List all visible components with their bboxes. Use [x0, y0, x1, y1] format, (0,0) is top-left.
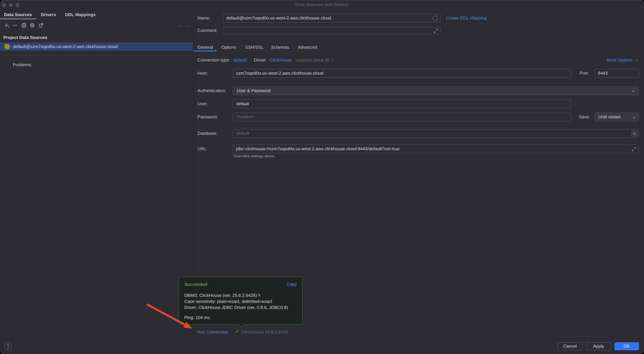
success-check-icon: ✓	[235, 328, 239, 334]
duplicate-icon[interactable]	[21, 23, 26, 28]
tab-options[interactable]: Options	[221, 45, 236, 50]
database-input[interactable]: default	[233, 129, 639, 138]
save-label: Save:	[579, 113, 590, 121]
host-input[interactable]: szm7oqed0o.us-west-2.aws.clickhouse.clou…	[233, 69, 571, 78]
tab-data-sources[interactable]: Data Sources	[4, 12, 32, 17]
name-label: Name:	[198, 14, 210, 23]
url-note: Overrides settings above	[234, 154, 274, 158]
driver-value[interactable]: ClickHouse	[270, 58, 292, 63]
open-in-window-icon[interactable]	[38, 23, 44, 28]
data-source-color-icon[interactable]	[432, 16, 438, 21]
back-arrow-icon[interactable]: ←	[177, 22, 182, 28]
tab-ssh-ssl[interactable]: SSH/SSL	[245, 45, 264, 50]
add-icon[interactable]	[4, 23, 10, 28]
driver-label: Driver:	[254, 58, 267, 63]
ok-button[interactable]: OK	[614, 342, 639, 350]
password-input[interactable]: <hidden>	[233, 113, 571, 121]
create-ddl-mapping-link[interactable]: Create DDL Mapping	[446, 14, 487, 23]
connection-type-value[interactable]: default	[233, 58, 246, 63]
expand-icon[interactable]	[631, 146, 636, 152]
expand-icon[interactable]	[433, 28, 438, 34]
problems-item[interactable]: Problems	[13, 62, 31, 67]
tab-schemas[interactable]: Schemas	[271, 45, 289, 50]
test-connection-popup: Succeeded Copy DBMS: ClickHouse (ver. 25…	[179, 277, 302, 325]
port-label: Port:	[580, 69, 589, 78]
tab-general[interactable]: General	[198, 45, 213, 50]
authentication-label: Authentication:	[198, 86, 226, 95]
help-button[interactable]: ?	[4, 342, 12, 350]
data-source-item-label: default@szm7oqed0o.us-west-2.aws.clickho…	[13, 42, 118, 51]
save-select[interactable]: Until restart	[595, 113, 639, 121]
footer-divider	[0, 338, 644, 338]
tab-ddl-mappings[interactable]: DDL Mappings	[65, 12, 96, 17]
popup-line-case: Case sensitivity: plain=exact, delimited…	[184, 298, 288, 305]
forward-arrow-icon[interactable]: →	[186, 22, 191, 28]
test-connection-link[interactable]: Test Connection	[197, 329, 228, 334]
remove-icon[interactable]	[12, 23, 18, 28]
user-label: User:	[198, 99, 208, 108]
comment-label: Comment:	[198, 27, 218, 34]
driver-note: supports since 20.7	[296, 58, 333, 63]
clickhouse-icon	[5, 44, 11, 49]
popup-status: Succeeded	[184, 282, 207, 287]
annotation-arrow	[0, 0, 644, 354]
edit-pencil-icon[interactable]: ✎	[258, 293, 261, 298]
popup-line-dbms: DBMS: ClickHouse (ver. 25.6.2.6426)✎	[184, 292, 288, 298]
popup-line-driver: Driver: ClickHouse JDBC Driver (ver. 0.8…	[184, 305, 288, 311]
tab-advanced[interactable]: Advanced	[298, 45, 317, 50]
chevron-down-icon	[635, 58, 639, 62]
dialog-title: Data Sources and Drivers	[0, 2, 644, 7]
url-input[interactable]: jdbc:clickhouse://szm7oqed0o.us-west-2.a…	[233, 144, 639, 153]
chevron-down-icon	[632, 115, 636, 120]
list-separator	[4, 55, 193, 56]
popup-ping: Ping: 104 ms	[184, 315, 210, 320]
cancel-button[interactable]: Cancel	[558, 342, 582, 350]
active-tab-underline	[0, 18, 36, 19]
user-input[interactable]: default	[233, 99, 571, 108]
data-source-list-item[interactable]: default@szm7oqed0o.us-west-2.aws.clickho…	[0, 42, 193, 51]
project-data-sources-label: Project Data Sources	[3, 35, 47, 40]
name-input[interactable]: default@szm7oqed0o.us-west-2.aws.clickho…	[223, 14, 440, 23]
password-label: Password:	[198, 113, 218, 121]
connection-type-label: Connection type:	[198, 58, 230, 63]
popup-copy-link[interactable]: Copy	[286, 282, 297, 287]
active-form-tab-underline	[194, 50, 217, 51]
host-label: Host:	[198, 69, 208, 78]
connection-result-text: ClickHouse 25.6.2.6426	[242, 329, 288, 334]
apply-button[interactable]: Apply	[586, 342, 611, 350]
data-sources-dialog: Data Sources and Drivers Data Sources Dr…	[0, 0, 644, 354]
settings-gear-icon[interactable]	[30, 23, 35, 28]
url-label: URL:	[198, 144, 207, 153]
form-tabstrip-border	[194, 51, 644, 51]
chevron-down-icon	[631, 89, 636, 93]
tab-drivers[interactable]: Drivers	[41, 12, 56, 17]
port-input[interactable]: 8443	[595, 69, 639, 78]
more-options-link[interactable]: More Options	[606, 58, 639, 63]
comment-input[interactable]	[223, 27, 440, 34]
authentication-select[interactable]: User & Password	[233, 86, 639, 95]
database-dropdown-button[interactable]	[631, 130, 638, 137]
database-label: Database:	[198, 129, 218, 138]
